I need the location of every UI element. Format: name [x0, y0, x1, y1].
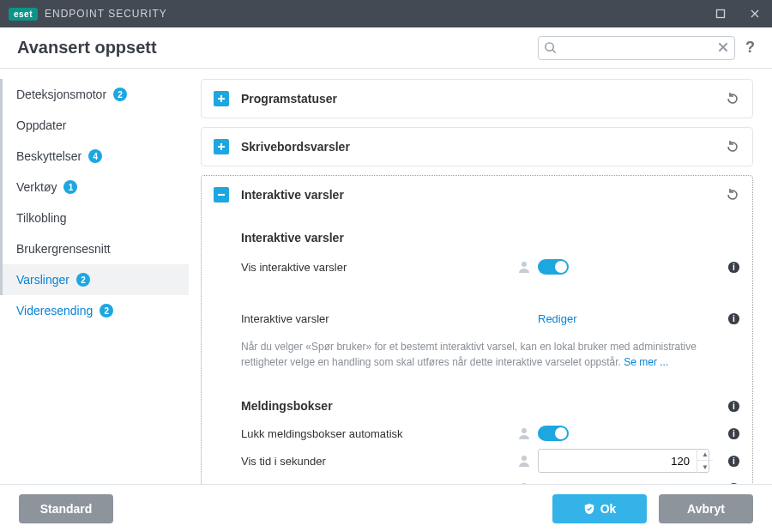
button-label: Avbryt	[687, 502, 725, 516]
info-icon: i	[727, 455, 740, 468]
sidebar-item-detection-engine[interactable]: Deteksjonsmotor 2	[0, 79, 189, 110]
sidebar-item-tools[interactable]: Verktøy 1	[0, 172, 189, 203]
svg-point-15	[522, 483, 527, 484]
sidebar-item-label: Tilkobling	[16, 211, 67, 225]
sidebar-badge: 2	[76, 273, 90, 287]
sidebar-item-label: Videresending	[16, 304, 93, 317]
row-confirm-msgs: Bekreftelsesmeldinger Rediger i	[241, 475, 740, 484]
sidebar-badge: 2	[100, 304, 113, 317]
minus-icon	[217, 190, 226, 199]
info-button[interactable]: i	[727, 261, 740, 274]
spin-up[interactable]: ▲	[697, 449, 713, 461]
row-duration: Vis tid i sekunder ▲ ▼	[241, 447, 740, 475]
svg-text:i: i	[733, 402, 735, 411]
svg-text:i: i	[733, 263, 735, 272]
sidebar-item-notifications[interactable]: Varslinger 2	[0, 264, 189, 295]
header: Avansert oppsett ?	[0, 27, 772, 69]
ok-button[interactable]: Ok	[552, 494, 647, 523]
expand-button[interactable]	[214, 91, 229, 106]
sidebar-item-ui[interactable]: Brukergrensesnitt	[0, 233, 189, 264]
sidebar-item-label: Varslinger	[16, 273, 69, 287]
button-label: Standard	[40, 502, 93, 516]
search-clear-button[interactable]	[717, 41, 729, 53]
see-more-link[interactable]: Se mer ...	[624, 356, 668, 368]
user-icon	[517, 481, 531, 484]
info-button[interactable]: i	[727, 312, 740, 325]
revert-button[interactable]	[725, 187, 740, 203]
svg-text:i: i	[733, 429, 735, 438]
cancel-button[interactable]: Avbryt	[659, 494, 753, 523]
panel-desktop-notifications: Skrivebordsvarsler	[201, 127, 753, 166]
plus-icon	[217, 94, 226, 103]
svg-rect-0	[717, 10, 725, 18]
info-icon: i	[727, 400, 740, 413]
edit-confirm-link[interactable]: Rediger	[538, 482, 577, 485]
x-icon	[717, 41, 729, 53]
svg-point-2	[522, 262, 527, 267]
spinner: ▲ ▼	[697, 449, 713, 473]
row-autoclose: Lukk meldingsbokser automatisk i	[241, 420, 740, 447]
sidebar-item-label: Beskyttelser	[16, 149, 81, 163]
panel-program-status: Programstatuser	[201, 79, 753, 118]
body: Deteksjonsmotor 2 Oppdater Beskyttelser …	[0, 69, 772, 484]
edit-interactive-link[interactable]: Rediger	[538, 312, 577, 325]
window-close-button[interactable]	[738, 0, 772, 27]
plus-icon	[217, 142, 226, 151]
duration-input[interactable]	[539, 455, 697, 468]
svg-text:i: i	[733, 314, 735, 323]
sidebar-item-update[interactable]: Oppdater	[0, 110, 189, 141]
shield-icon	[583, 503, 595, 515]
row-label: Vis tid i sekunder	[241, 455, 517, 468]
info-button[interactable]: i	[727, 427, 740, 440]
info-button[interactable]: i	[727, 400, 740, 413]
sidebar-badge: 4	[88, 149, 102, 163]
sidebar-item-protections[interactable]: Beskyttelser 4	[0, 141, 189, 172]
panel-body: Interaktive varsler Vis interaktive vars…	[202, 214, 752, 484]
search-input[interactable]	[538, 36, 735, 60]
svg-point-1	[546, 42, 553, 50]
toggle-show-interactive[interactable]	[538, 259, 569, 275]
sidebar-item-label: Deteksjonsmotor	[16, 88, 106, 101]
help-button[interactable]: ?	[745, 39, 755, 57]
row-interactive-list: Interaktive varsler Rediger i	[241, 305, 740, 332]
sidebar-item-forwarding[interactable]: Videresending 2	[0, 295, 189, 326]
expand-button[interactable]	[214, 139, 229, 154]
revert-button[interactable]	[725, 91, 740, 106]
sidebar-item-connection[interactable]: Tilkobling	[0, 203, 189, 233]
panel-title: Programstatuser	[241, 92, 725, 106]
revert-button[interactable]	[725, 139, 740, 154]
svg-point-12	[522, 456, 527, 461]
titlebar: eset ENDPOINT SECURITY	[0, 0, 772, 27]
sidebar-badge: 2	[113, 88, 127, 101]
undo-icon	[725, 187, 740, 203]
panel-header[interactable]: Interaktive varsler	[202, 176, 752, 214]
undo-icon	[725, 91, 740, 106]
collapse-button[interactable]	[214, 187, 229, 203]
row-show-interactive: Vis interaktive varsler i	[241, 253, 740, 281]
svg-point-9	[522, 428, 527, 433]
sidebar-badge: 1	[63, 180, 77, 194]
page-title: Avansert oppsett	[17, 38, 157, 57]
info-button[interactable]: i	[727, 455, 740, 468]
info-icon: i	[727, 312, 740, 325]
sidebar-item-label: Oppdater	[16, 118, 66, 132]
user-icon	[517, 454, 531, 468]
default-button[interactable]: Standard	[19, 494, 113, 523]
duration-input-wrap: ▲ ▼	[538, 449, 709, 473]
spin-down[interactable]: ▼	[697, 461, 713, 473]
sidebar-item-label: Brukergrensesnitt	[16, 242, 111, 256]
panel-interactive-alerts: Interaktive varsler Interaktive varsler …	[201, 175, 753, 484]
user-icon	[517, 260, 531, 274]
row-label: Vis interaktive varsler	[241, 261, 517, 274]
info-button[interactable]: i	[727, 482, 740, 485]
footer: Standard Ok Avbryt	[0, 484, 772, 532]
window-maximize-button[interactable]	[703, 0, 738, 27]
row-label: Lukk meldingsbokser automatisk	[241, 427, 517, 440]
user-icon	[517, 426, 531, 440]
panel-header[interactable]: Programstatuser	[202, 80, 752, 118]
help-text: Når du velger «Spør bruker» for et beste…	[241, 339, 721, 370]
info-icon: i	[727, 427, 740, 440]
toggle-autoclose[interactable]	[538, 426, 569, 441]
panel-header[interactable]: Skrivebordsvarsler	[202, 128, 752, 166]
row-msgbox-section: Meldingsbokser i	[241, 392, 740, 420]
